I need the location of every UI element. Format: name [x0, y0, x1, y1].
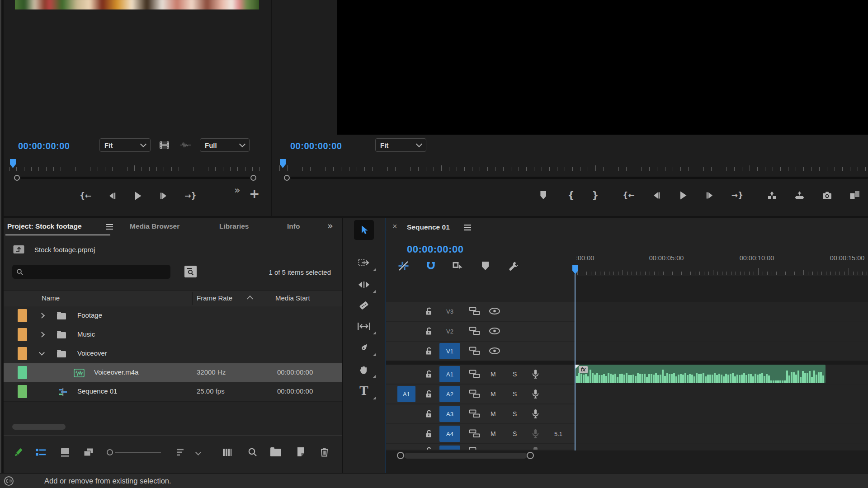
track-output-eye-icon[interactable]: [489, 347, 500, 355]
item-name[interactable]: Voiceover: [77, 349, 107, 357]
delete-button[interactable]: [320, 447, 329, 457]
program-time-ruler[interactable]: [278, 159, 866, 171]
drag-video-icon[interactable]: [159, 141, 170, 149]
timeline-zoom-handle-right[interactable]: [527, 452, 534, 459]
voiceover-record-icon-disabled[interactable]: [532, 429, 539, 439]
linked-selection-icon[interactable]: [452, 261, 464, 271]
source-scroll-handle-left[interactable]: [14, 175, 20, 181]
selection-tool[interactable]: [343, 220, 385, 240]
sync-lock-icon[interactable]: [469, 370, 481, 378]
track-output-eye-icon[interactable]: [489, 327, 500, 335]
track-label-v2[interactable]: V2: [439, 323, 460, 339]
source-patch-a1[interactable]: A1: [397, 386, 415, 402]
freeform-view-button[interactable]: [83, 448, 94, 457]
lock-icon[interactable]: [425, 370, 433, 378]
ripple-edit-tool[interactable]: [343, 276, 385, 294]
play-button[interactable]: [679, 191, 688, 200]
panel-overflow-button[interactable]: »: [234, 184, 240, 196]
source-quality-select[interactable]: Full: [200, 138, 250, 152]
label-color-chip[interactable]: [18, 385, 27, 398]
program-timecode[interactable]: 00:00:00:00: [290, 141, 342, 151]
timeline-tab-title[interactable]: Sequence 01: [407, 223, 450, 231]
snap-icon[interactable]: [426, 261, 436, 271]
automate-to-sequence-button[interactable]: [222, 448, 232, 456]
track-label-a2[interactable]: A2: [439, 386, 460, 402]
timeline-playhead-line[interactable]: [575, 274, 576, 450]
tab-libraries[interactable]: Libraries: [219, 222, 249, 230]
sort-options-button[interactable]: [176, 448, 186, 456]
project-file-name[interactable]: Stock footage.prproj: [34, 246, 95, 253]
table-row-voiceover-clip[interactable]: Voiceover.m4a 32000 Hz 00:00:00:00: [4, 363, 342, 383]
sort-ascending-icon[interactable]: [247, 296, 253, 302]
extract-button[interactable]: [794, 191, 805, 200]
step-forward-button[interactable]: [159, 192, 168, 200]
new-item-button[interactable]: [297, 447, 305, 457]
list-view-button[interactable]: [35, 448, 46, 456]
solo-button[interactable]: S: [513, 371, 517, 378]
new-bin-button[interactable]: [270, 449, 281, 456]
track-v1-content[interactable]: [575, 342, 868, 361]
column-media-start[interactable]: Media Start: [275, 294, 310, 302]
project-home-icon[interactable]: [13, 245, 24, 254]
sync-lock-icon[interactable]: [469, 409, 481, 418]
tab-project[interactable]: Project: Stock footage: [7, 222, 82, 230]
solo-button[interactable]: S: [513, 410, 517, 418]
sync-lock-icon[interactable]: [469, 347, 481, 355]
track-a5-content[interactable]: [575, 444, 868, 450]
source-zoom-select[interactable]: Fit: [99, 138, 151, 152]
lock-icon[interactable]: [425, 327, 433, 335]
tab-media-browser[interactable]: Media Browser: [130, 222, 179, 230]
table-row-voiceover-bin[interactable]: Voiceover: [4, 344, 342, 364]
solo-button[interactable]: S: [513, 430, 517, 437]
label-color-chip[interactable]: [18, 366, 27, 379]
play-button[interactable]: [133, 191, 142, 201]
timeline-zoom-handle-left[interactable]: [397, 452, 404, 459]
slip-tool[interactable]: [343, 317, 385, 335]
add-button[interactable]: +: [249, 186, 259, 201]
table-row-sequence[interactable]: Sequence 01 25.00 fps 00:00:00:00: [4, 382, 342, 402]
type-tool[interactable]: T: [343, 381, 385, 400]
solo-button[interactable]: S: [513, 390, 517, 398]
tab-overflow-button[interactable]: »: [327, 221, 333, 231]
zoom-slider-handle[interactable]: [107, 449, 113, 455]
step-back-button[interactable]: [652, 192, 661, 199]
track-select-forward-tool[interactable]: [343, 254, 385, 272]
program-zoom-scrollbar[interactable]: [290, 177, 868, 179]
timeline-timecode[interactable]: 00:00:00:00: [407, 244, 463, 255]
creative-cloud-icon[interactable]: [4, 476, 14, 486]
razor-tool[interactable]: [343, 296, 385, 314]
program-scroll-handle-left[interactable]: [284, 175, 290, 181]
program-video-frame[interactable]: [337, 0, 868, 135]
program-zoom-select[interactable]: Fit: [375, 138, 426, 152]
drag-audio-icon[interactable]: [180, 142, 192, 148]
column-divider[interactable]: [192, 292, 193, 305]
sync-lock-icon[interactable]: [469, 327, 481, 335]
table-row-music[interactable]: Music: [4, 325, 342, 345]
column-divider[interactable]: [271, 292, 271, 305]
disclosure-icon[interactable]: [39, 350, 45, 356]
goto-in-button[interactable]: {←: [623, 191, 634, 200]
timeline-settings-icon[interactable]: [508, 261, 519, 272]
mute-button[interactable]: M: [491, 371, 496, 378]
find-button[interactable]: [248, 447, 257, 457]
mark-in-button[interactable]: {: [567, 190, 574, 201]
lock-icon[interactable]: [425, 446, 433, 450]
hand-tool[interactable]: [343, 361, 385, 379]
sync-lock-icon[interactable]: [469, 447, 481, 450]
av-track-divider[interactable]: [386, 361, 868, 365]
table-row-footage[interactable]: Footage: [4, 306, 342, 326]
track-label-v1[interactable]: V1: [439, 343, 460, 359]
track-a1-content[interactable]: fx: [575, 365, 868, 384]
column-frame-rate[interactable]: Frame Rate: [197, 294, 232, 302]
track-v3-content[interactable]: [575, 302, 868, 321]
add-marker-icon[interactable]: [482, 262, 489, 270]
project-writable-icon[interactable]: [13, 447, 24, 458]
disclosure-icon[interactable]: [39, 313, 45, 319]
goto-out-button[interactable]: →}: [731, 191, 743, 200]
track-a3-content[interactable]: [575, 404, 868, 423]
column-name[interactable]: Name: [42, 294, 60, 302]
icon-view-button[interactable]: [60, 448, 70, 457]
source-time-ruler[interactable]: [7, 159, 266, 171]
source-zoom-scrollbar[interactable]: [20, 177, 251, 179]
export-frame-button[interactable]: [822, 191, 832, 200]
